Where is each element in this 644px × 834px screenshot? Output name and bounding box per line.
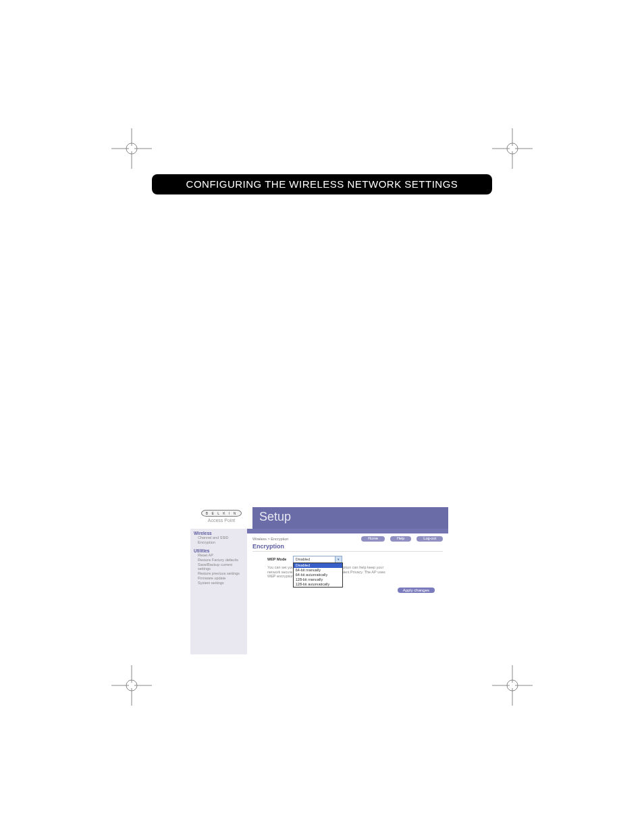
svg-point-19 <box>507 680 518 691</box>
sidebar-item-channel[interactable]: Channel and SSID <box>190 536 247 540</box>
sidebar-item-system[interactable]: System settings <box>190 581 247 585</box>
sidebar-item-restore-prev[interactable]: Restore previous settings <box>190 571 247 576</box>
sidebar-heading-utilities[interactable]: Utilities <box>190 548 247 553</box>
help-button[interactable]: Help <box>390 536 411 542</box>
crop-mark-tl <box>111 128 152 169</box>
sidebar-item-reset[interactable]: Reset AP <box>190 553 247 558</box>
wep-mode-select[interactable]: Disabled ▾ Disabled 64-bit manually 64-b… <box>293 556 342 563</box>
setup-banner: Setup <box>252 507 448 529</box>
chevron-down-icon[interactable]: ▾ <box>335 556 342 563</box>
sidebar-item-restore-factory[interactable]: Restore Factory defaults <box>190 558 247 563</box>
brand-logo: B E L K I N <box>201 510 242 517</box>
dd-option-disabled[interactable]: Disabled <box>294 563 342 568</box>
sidebar-heading-wireless[interactable]: Wireless <box>190 530 247 536</box>
svg-point-14 <box>126 680 137 691</box>
svg-point-9 <box>507 143 518 154</box>
wep-mode-label: WEP Mode <box>267 557 292 561</box>
dd-option-64-manual[interactable]: 64-bit manually <box>294 568 342 573</box>
sidebar-item-encryption[interactable]: Encryption <box>190 540 247 545</box>
crop-mark-tr <box>492 128 533 169</box>
wep-mode-dropdown[interactable]: Disabled 64-bit manually 64-bit automati… <box>293 563 343 588</box>
home-button[interactable]: Home <box>361 536 385 542</box>
dd-option-128-auto[interactable]: 128-bit automatically <box>294 582 342 587</box>
apply-changes-button[interactable]: Apply changes <box>398 588 435 593</box>
sidebar-item-save-backup[interactable]: Save/Backup current settings <box>190 563 247 572</box>
svg-point-4 <box>126 143 137 154</box>
dd-option-128-manual[interactable]: 128-bit manually <box>294 577 342 582</box>
section-heading: Encryption <box>252 543 443 552</box>
sidebar-item-firmware[interactable]: Firmware update <box>190 576 247 581</box>
crop-mark-br <box>492 665 533 706</box>
content-top-strip <box>247 529 448 533</box>
sidebar: Wireless Channel and SSID Encryption Uti… <box>190 529 247 654</box>
page-title: CONFIGURING THE WIRELESS NETWORK SETTING… <box>152 174 492 194</box>
brand-subtitle: Access Point <box>190 518 252 523</box>
crop-mark-bl <box>111 665 152 706</box>
select-value: Disabled <box>296 557 310 561</box>
logo-block: B E L K I N Access Point <box>190 507 252 529</box>
desc-line3: WEP encryption. <box>267 574 295 578</box>
logout-button[interactable]: Log-out <box>417 536 443 542</box>
dd-option-64-auto[interactable]: 64-bit automatically <box>294 573 342 577</box>
breadcrumb: Wireless > Encryption <box>252 537 288 541</box>
router-screenshot: B E L K I N Access Point Setup Wireless … <box>190 507 448 654</box>
